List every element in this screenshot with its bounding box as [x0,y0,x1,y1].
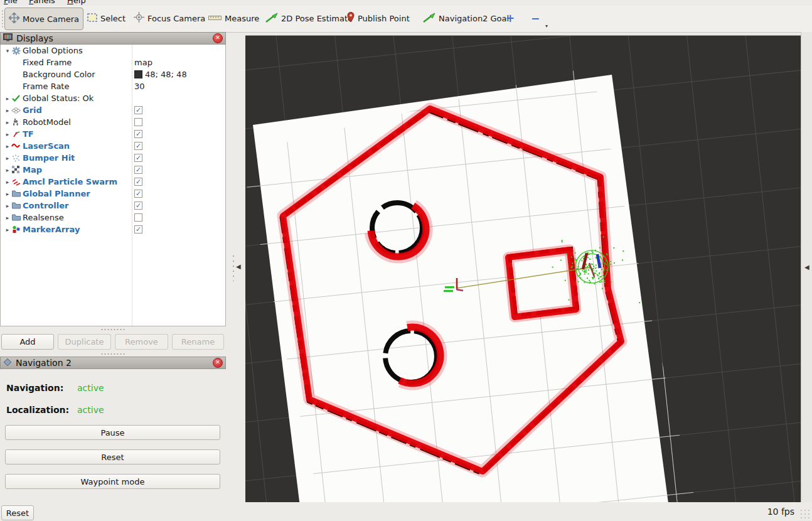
displays-panel-header[interactable]: Displays ✕ [0,32,226,45]
grid-checkbox[interactable]: ✓ [134,106,142,114]
tree-label: Bumper Hit [23,153,75,163]
laserscan-icon [11,143,21,149]
remove-tool-button[interactable]: − [527,8,543,29]
tree-row-background-color[interactable]: Background Color 48; 48; 48 [1,68,225,80]
expander-right-icon[interactable]: ▸ [4,95,11,102]
expander-right-icon[interactable]: ▸ [4,227,11,233]
expander-right-icon[interactable]: ▸ [4,203,11,209]
tree-row-robotmodel[interactable]: ▸ RobotModel [1,116,225,128]
global-planner-checkbox[interactable]: ✓ [134,190,142,198]
3d-viewport[interactable] [245,35,801,503]
time-reset-button[interactable]: Reset [1,505,34,520]
expander-right-icon[interactable]: ▸ [4,167,11,173]
localization-status: Localization: active [6,405,69,415]
tree-row-frame-rate[interactable]: Frame Rate 30 [1,80,225,92]
displays-icon [3,33,13,43]
move-camera-tool[interactable]: Move Camera [4,8,83,30]
panel-resize-handle[interactable] [100,328,126,331]
measure-tool[interactable]: Measure [205,8,263,29]
amcl-swarm-icon [11,178,21,186]
folder-icon [11,190,21,197]
expander-right-icon[interactable]: ▸ [4,191,11,197]
expander-right-icon[interactable]: ▸ [4,107,11,114]
tree-row-controller[interactable]: ▸ Controller ✓ [1,200,225,212]
robot-model-icon [11,118,21,126]
tf-checkbox[interactable]: ✓ [134,130,142,138]
right-panel-strip[interactable]: ◀ [801,32,812,503]
nav2-panel-header[interactable]: Navigation 2 ✕ [0,357,226,369]
tree-row-fixed-frame[interactable]: Fixed Frame map [1,56,225,68]
tree-row-global-planner[interactable]: ▸ Global Planner ✓ [1,188,225,200]
tree-row-markerarray[interactable]: ▸ MarkerArray ✓ [1,223,225,235]
select-tool[interactable]: Select [83,8,129,29]
expander-right-icon[interactable]: ▸ [4,143,11,149]
bumper-hit-icon [11,154,21,162]
menu-panels[interactable]: Panels [29,0,55,5]
tree-row-map[interactable]: ▸ Map ✓ [1,164,225,176]
tree-row-bumper-hit[interactable]: ▸ Bumper Hit ✓ [1,152,225,164]
status-ok-icon [11,95,21,102]
remove-display-button[interactable]: Remove [115,334,168,350]
scene-canvas [245,36,801,503]
panel-resize-handle[interactable] [100,353,126,355]
toolbar-overflow-icon[interactable]: ▾ [545,23,548,29]
rename-display-button[interactable]: Rename [172,334,224,350]
rviz-window: { "glyphs": {"check":"✓","arrow_right":"… [0,0,812,521]
realsense-checkbox[interactable] [134,213,142,222]
expander-right-icon[interactable]: ▸ [4,119,11,126]
expander-right-icon[interactable]: ▸ [4,179,11,185]
collapse-right-icon[interactable]: ◀ [804,264,809,271]
controller-checkbox[interactable]: ✓ [134,201,142,210]
tree-row-global-status[interactable]: ▸ Global Status: Ok [1,92,225,104]
nav2-panel-icon [3,358,12,368]
property-value[interactable]: 30 [134,80,145,92]
expander-right-icon[interactable]: ▸ [4,131,11,137]
pose-estimate-tool[interactable]: 2D Pose Estimate [262,8,356,29]
nav2-close-button[interactable]: ✕ [213,358,223,368]
nav2-goal-tool[interactable]: Navigation2 Goal [419,8,513,29]
menu-help[interactable]: Help [67,0,86,5]
property-name: Frame Rate [23,82,69,91]
folder-icon [11,214,21,221]
tree-row-grid[interactable]: ▸ Grid ✓ [1,104,225,116]
tree-label: Grid [23,105,42,115]
window-resize-grip[interactable] [799,508,809,518]
pause-button[interactable]: Pause [5,425,220,440]
add-display-button[interactable]: Add [1,334,54,350]
tree-label: Map [23,165,42,175]
property-name: Background Color [23,70,95,79]
property-value[interactable]: map [134,56,152,68]
focus-camera-tool[interactable]: Focus Camera [130,8,209,29]
waypoint-mode-button[interactable]: Waypoint mode [5,474,220,489]
bumper-hit-checkbox[interactable]: ✓ [134,154,142,162]
expander-right-icon[interactable]: ▸ [4,155,11,161]
tree-row-tf[interactable]: ▸ TF ✓ [1,128,225,140]
displays-close-button[interactable]: ✕ [213,33,223,43]
splitter-handle[interactable] [232,254,235,281]
nav2-goal-icon [423,13,435,24]
expander-down-icon[interactable]: ▾ [4,48,11,54]
amcl-checkbox[interactable]: ✓ [134,178,142,186]
toolbar: Move Camera Select Focus Camera Measure … [0,6,812,33]
menubar: File Panels Help [0,0,812,6]
expander-right-icon[interactable]: ▸ [4,215,11,221]
nav-reset-button[interactable]: Reset [5,449,220,465]
fps-counter: 10 fps [767,507,794,517]
markerarray-checkbox[interactable]: ✓ [134,225,142,234]
map-checkbox[interactable]: ✓ [134,166,142,174]
gear-icon [11,46,21,55]
menu-file[interactable]: File [4,0,18,5]
collapse-left-icon[interactable]: ◀ [236,263,241,270]
tree-row-laserscan[interactable]: ▸ LaserScan ✓ [1,140,225,152]
tree-row-global-options[interactable]: ▾ Global Options [1,45,225,56]
publish-point-tool[interactable]: Publish Point [343,8,414,29]
origin-y-axis [445,286,454,288]
publish-point-icon [347,12,355,24]
add-tool-button[interactable]: + [502,8,518,29]
origin-y-axis2 [444,290,453,292]
duplicate-display-button[interactable]: Duplicate [58,334,111,350]
tree-row-amcl[interactable]: ▸ Amcl Particle Swarm ✓ [1,176,225,188]
tree-row-realsense[interactable]: ▸ Realsense [1,212,225,223]
laserscan-checkbox[interactable]: ✓ [134,142,142,150]
robotmodel-checkbox[interactable] [134,118,142,126]
